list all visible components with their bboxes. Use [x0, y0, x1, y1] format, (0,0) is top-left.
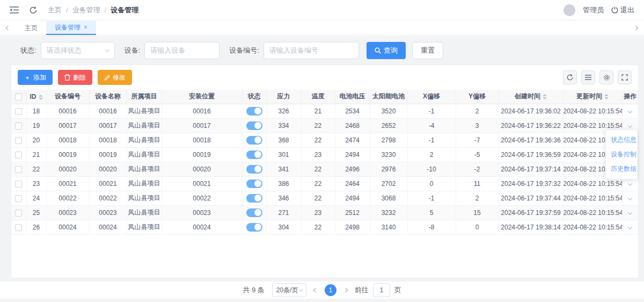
cell-created: 2024-06-17 19:36:59: [499, 147, 563, 162]
status-toggle[interactable]: [246, 165, 262, 174]
cell-voltage: 2534: [335, 104, 370, 118]
edit-button-label: 修改: [113, 73, 126, 82]
page-size-select[interactable]: 20条/页: [272, 283, 306, 297]
goto-page-input[interactable]: [373, 283, 390, 297]
sort-icon[interactable]: [543, 94, 547, 99]
refresh-page-icon[interactable]: [30, 6, 37, 14]
dropdown-item-device-control[interactable]: 设备控制: [606, 147, 637, 162]
row-actions-chevron-icon[interactable]: [628, 210, 632, 214]
cell-x: -8: [407, 220, 456, 234]
search-button[interactable]: 查询: [367, 42, 406, 59]
status-toggle[interactable]: [246, 194, 262, 203]
cell-project: 凤山县项目: [127, 191, 162, 205]
cell-solar: 3140: [370, 220, 407, 234]
row-checkbox[interactable]: [15, 152, 22, 159]
edit-button[interactable]: 修改: [98, 70, 132, 85]
cell-no: 00021: [46, 176, 89, 191]
cell-x: -10: [407, 162, 456, 176]
cell-updated: 2024-08-22 10:15:54: [563, 220, 622, 234]
sidebar-collapse-icon[interactable]: [10, 6, 19, 14]
cell-location: 00018: [162, 133, 242, 147]
cell-id: 22: [26, 162, 46, 176]
cell-voltage: 2512: [335, 205, 370, 220]
cell-solar: 3520: [370, 104, 407, 118]
tab-close-icon[interactable]: ×: [84, 24, 87, 31]
cell-stress: 326: [266, 104, 301, 118]
goto-label: 前往: [355, 285, 369, 295]
breadcrumb-home[interactable]: 主页: [48, 5, 62, 15]
device-no-input[interactable]: [264, 42, 359, 59]
fullscreen-icon[interactable]: [618, 70, 632, 84]
tabs-scroll-left-icon[interactable]: [0, 21, 16, 35]
row-checkbox[interactable]: [15, 108, 22, 115]
status-toggle[interactable]: [246, 208, 262, 217]
device-input[interactable]: [144, 42, 219, 59]
row-actions-chevron-icon[interactable]: [628, 109, 632, 113]
breadcrumb-business[interactable]: 业务管理: [72, 5, 100, 15]
row-checkbox[interactable]: [15, 123, 22, 130]
row-checkbox[interactable]: [15, 166, 22, 173]
row-checkbox[interactable]: [15, 137, 22, 144]
dropdown-item-status-info[interactable]: 状态信息: [606, 133, 637, 147]
total-count-label: 共 9 条: [243, 285, 264, 295]
add-button[interactable]: ＋ 添加: [18, 70, 53, 85]
reset-button[interactable]: 重置: [412, 42, 443, 59]
cell-updated: 2024-08-22 10:15:54: [563, 191, 622, 205]
header-project: 所属项目: [127, 90, 162, 104]
sort-icon[interactable]: [39, 95, 43, 100]
cell-temp: 22: [301, 220, 335, 234]
refresh-table-icon[interactable]: [563, 70, 577, 84]
dropdown-item-history-data[interactable]: 历史数据: [606, 162, 637, 176]
cell-created: 2024-06-17 19:36:36: [499, 133, 563, 147]
tabs-scroll-right-icon[interactable]: [628, 21, 644, 35]
page-content: 状态: 请选择状态 设备: 设备编号: 查询 重置 ＋ 添加: [0, 36, 644, 302]
row-actions-chevron-icon[interactable]: [628, 225, 632, 229]
tab-device-management[interactable]: 设备管理 ×: [46, 21, 96, 35]
logout-button[interactable]: 退出: [611, 5, 634, 15]
status-toggle[interactable]: [246, 136, 262, 145]
header-updated-time[interactable]: 更新时间: [563, 90, 622, 104]
header-id[interactable]: ID: [26, 90, 46, 104]
prev-page-icon[interactable]: [314, 289, 317, 292]
tab-home[interactable]: 主页: [16, 21, 46, 35]
gear-icon[interactable]: [599, 70, 613, 84]
header-created-time[interactable]: 创建时间: [499, 90, 563, 104]
next-page-icon[interactable]: [344, 289, 347, 292]
table-body: 180001600016凤山县项目000163262125343520-1220…: [11, 104, 638, 234]
user-avatar[interactable]: [564, 4, 575, 16]
cell-solar: 2652: [370, 118, 407, 133]
cell-location: 00016: [162, 104, 242, 118]
row-actions-chevron-icon[interactable]: [628, 123, 632, 127]
status-toggle[interactable]: [246, 223, 262, 232]
row-actions-chevron-icon[interactable]: [628, 196, 632, 200]
cell-y: 0: [456, 220, 499, 234]
cell-location: 00017: [162, 118, 242, 133]
header-solar-battery: 太阳能电池: [370, 90, 407, 104]
cell-project: 凤山县项目: [127, 176, 162, 191]
status-toggle[interactable]: [246, 107, 262, 116]
row-checkbox[interactable]: [15, 224, 22, 231]
status-toggle[interactable]: [246, 150, 262, 159]
row-checkbox[interactable]: [15, 181, 22, 188]
table-row: 220002000020凤山县项目000203412224962976-10-2…: [11, 162, 638, 176]
row-actions-chevron-icon[interactable]: [628, 181, 632, 185]
logout-label: 退出: [620, 5, 634, 15]
row-checkbox[interactable]: [15, 195, 22, 202]
table-toolbar: ＋ 添加 删除 修改: [11, 65, 638, 90]
status-toggle[interactable]: [246, 179, 262, 188]
cell-temp: 23: [301, 147, 335, 162]
status-select[interactable]: 请选择状态: [41, 42, 115, 59]
status-toggle[interactable]: [246, 121, 262, 130]
select-all-checkbox[interactable]: [15, 94, 22, 100]
sort-icon[interactable]: [604, 94, 609, 99]
delete-button[interactable]: 删除: [58, 70, 92, 85]
page-size-value: 20条/页: [276, 286, 298, 295]
cell-created: 2024-06-17 19:37:32: [499, 176, 563, 191]
page-suffix-label: 页: [394, 285, 401, 295]
cell-created: 2024-06-17 19:38:14: [499, 220, 563, 234]
cell-temp: 22: [301, 118, 335, 133]
row-checkbox[interactable]: [15, 210, 22, 217]
density-icon[interactable]: [581, 70, 595, 84]
cell-temp: 22: [301, 133, 335, 147]
page-number-1[interactable]: 1: [325, 284, 336, 296]
